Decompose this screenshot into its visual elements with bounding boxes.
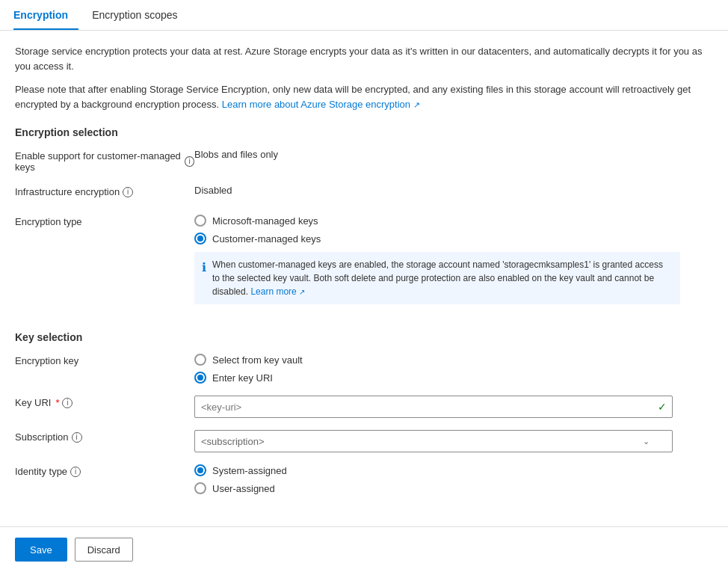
tab-encryption[interactable]: Encryption (13, 0, 78, 30)
tab-bar: Encryption Encryption scopes (0, 0, 728, 31)
key-uri-input[interactable] (194, 396, 673, 418)
info-box-icon: ℹ (202, 259, 206, 277)
encryption-key-label: Encryption key (15, 354, 194, 366)
encryption-type-label: Encryption type (15, 215, 194, 227)
identity-type-radio-group: System-assigned User-assigned (194, 464, 713, 494)
subscription-row: Subscription i <subscription> ⌄ (15, 430, 713, 452)
radio-system-assigned-label: System-assigned (212, 465, 287, 476)
radio-system-assigned[interactable]: System-assigned (194, 464, 713, 476)
key-uri-row: Key URI * i ✓ (15, 396, 713, 418)
customer-managed-info-box: ℹ When customer-managed keys are enabled… (194, 252, 680, 304)
footer-bar: Save Discard (0, 526, 728, 572)
radio-user-assigned[interactable]: User-assigned (194, 482, 713, 494)
encryption-key-row: Encryption key Select from key vault Ent… (15, 354, 713, 384)
radio-user-assigned-label: User-assigned (212, 483, 275, 494)
identity-type-row: Identity type i System-assigned User-ass… (15, 464, 713, 494)
radio-microsoft-managed-circle (194, 215, 206, 227)
subscription-select-wrapper: <subscription> ⌄ (194, 430, 673, 452)
subscription-info-icon[interactable]: i (72, 432, 82, 443)
identity-type-info-icon[interactable]: i (70, 467, 81, 477)
radio-enter-key-uri-circle (194, 372, 206, 384)
key-uri-info-icon[interactable]: i (62, 398, 73, 408)
infrastructure-encryption-row: Infrastructure encryption i Disabled (15, 185, 713, 203)
radio-user-assigned-circle (194, 482, 206, 494)
external-link-icon: ↗ (413, 100, 420, 109)
encryption-type-value: Microsoft-managed keys Customer-managed … (194, 215, 713, 304)
subscription-value: <subscription> ⌄ (194, 430, 713, 452)
customer-managed-keys-row: Enable support for customer-managed keys… (15, 149, 713, 173)
encryption-type-external-icon: ↗ (299, 288, 305, 296)
encryption-key-radio-group: Select from key vault Enter key URI (194, 354, 713, 384)
infrastructure-encryption-label: Infrastructure encryption i (15, 185, 194, 197)
encryption-type-radio-group: Microsoft-managed keys Customer-managed … (194, 215, 713, 245)
discard-button[interactable]: Discard (75, 538, 133, 562)
encryption-type-row: Encryption type Microsoft-managed keys C… (15, 215, 713, 304)
key-uri-label: Key URI * i (15, 396, 194, 408)
learn-more-link[interactable]: Learn more about Azure Storage encryptio… (222, 99, 410, 110)
radio-system-assigned-circle (194, 464, 206, 476)
info-box-text: When customer-managed keys are enabled, … (212, 258, 673, 298)
customer-managed-keys-info-icon[interactable]: i (185, 156, 194, 167)
infrastructure-encryption-value: Disabled (194, 185, 713, 196)
subscription-select[interactable]: <subscription> ⌄ (194, 430, 673, 452)
customer-managed-keys-value: Blobs and files only (194, 149, 713, 160)
customer-managed-keys-label: Enable support for customer-managed keys… (15, 149, 194, 173)
radio-customer-managed[interactable]: Customer-managed keys (194, 233, 713, 245)
key-uri-check-icon: ✓ (658, 401, 667, 413)
key-uri-required-marker: * (55, 397, 59, 408)
radio-select-key-vault[interactable]: Select from key vault (194, 354, 713, 366)
save-button[interactable]: Save (15, 538, 67, 562)
subscription-label: Subscription i (15, 430, 194, 443)
key-uri-value: ✓ (194, 396, 713, 418)
radio-enter-key-uri-label: Enter key URI (212, 372, 273, 384)
subscription-placeholder: <subscription> (201, 436, 265, 447)
key-selection-title: Key selection (15, 331, 713, 343)
radio-select-key-vault-label: Select from key vault (212, 354, 303, 366)
radio-select-key-vault-circle (194, 354, 206, 366)
subscription-chevron-icon: ⌄ (643, 437, 650, 446)
radio-enter-key-uri[interactable]: Enter key URI (194, 372, 713, 384)
tab-encryption-scopes[interactable]: Encryption scopes (92, 0, 188, 30)
infrastructure-encryption-info-icon[interactable]: i (123, 187, 133, 197)
key-uri-input-wrapper: ✓ (194, 396, 673, 418)
radio-customer-managed-label: Customer-managed keys (212, 233, 321, 245)
encryption-selection-title: Encryption selection (15, 126, 713, 138)
radio-microsoft-managed-label: Microsoft-managed keys (212, 215, 318, 227)
main-content: Storage service encryption protects your… (0, 31, 728, 566)
radio-customer-managed-circle (194, 233, 206, 245)
identity-type-label: Identity type i (15, 464, 194, 477)
radio-microsoft-managed[interactable]: Microsoft-managed keys (194, 215, 713, 227)
identity-type-value: System-assigned User-assigned (194, 464, 713, 494)
note-text: Please note that after enabling Storage … (15, 82, 713, 111)
encryption-type-learn-more-link[interactable]: Learn more (250, 286, 296, 297)
description-text: Storage service encryption protects your… (15, 44, 713, 73)
encryption-key-value: Select from key vault Enter key URI (194, 354, 713, 384)
